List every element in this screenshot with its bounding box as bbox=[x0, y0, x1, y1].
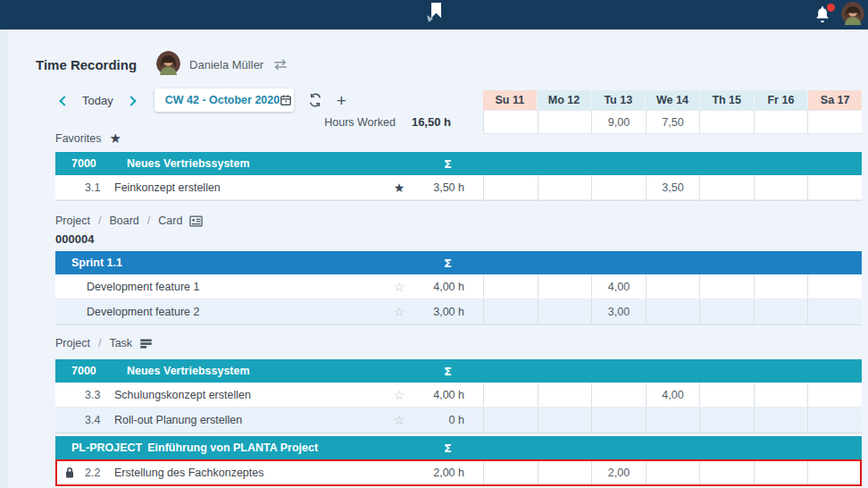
hours-cell bbox=[538, 111, 592, 133]
section-header[interactable]: Sprint 1.1 Σ bbox=[55, 251, 862, 274]
time-cell[interactable]: 3,50 bbox=[646, 175, 700, 199]
row-total: 4,00 h bbox=[409, 281, 464, 293]
table-row[interactable]: 3.3 Schulungskonzept erstellen ☆ 4,00 h … bbox=[55, 383, 862, 408]
section-code: 7000 bbox=[71, 157, 121, 170]
row-total: 3,50 h bbox=[409, 181, 464, 194]
time-cell[interactable] bbox=[646, 461, 700, 484]
favorites-label-row: Favorites ★ bbox=[55, 130, 121, 147]
hours-cell: 9,00 bbox=[591, 111, 646, 133]
time-cell[interactable] bbox=[646, 274, 700, 299]
add-entry-button[interactable]: + bbox=[337, 92, 346, 109]
time-cell[interactable] bbox=[483, 461, 538, 484]
section-board: Sprint 1.1 Σ Development feature 1 ☆ 4,0… bbox=[55, 251, 862, 325]
period-select[interactable]: CW 42 - October 2020 bbox=[154, 88, 294, 112]
day-header-tu: Tu 13 bbox=[591, 90, 645, 110]
breadcrumb-item: Board bbox=[109, 215, 138, 227]
favorite-star-icon[interactable]: ☆ bbox=[394, 280, 405, 294]
time-cell[interactable] bbox=[483, 299, 538, 324]
time-cell[interactable] bbox=[591, 175, 646, 199]
time-cell[interactable] bbox=[483, 274, 538, 299]
previous-week-button[interactable] bbox=[55, 92, 68, 108]
hours-cell bbox=[699, 111, 754, 133]
today-button[interactable]: Today bbox=[82, 94, 113, 107]
time-cell[interactable] bbox=[538, 408, 592, 432]
time-cell[interactable]: 4,00 bbox=[591, 274, 646, 299]
time-cell[interactable] bbox=[807, 383, 862, 407]
hours-worked-label: Hours Worked bbox=[324, 116, 396, 129]
time-cell[interactable] bbox=[483, 175, 538, 199]
time-cell[interactable] bbox=[699, 408, 754, 432]
time-cell[interactable] bbox=[483, 408, 538, 432]
section-pl-project: PL-PROJECT Einführung von PLANTA Project… bbox=[55, 436, 862, 486]
section-header[interactable]: 7000 Neues Vertriebssystem Σ bbox=[55, 359, 862, 383]
day-header-th: Th 15 bbox=[700, 90, 754, 110]
row-number: 3.1 bbox=[85, 181, 106, 194]
time-cell[interactable] bbox=[699, 461, 754, 484]
breadcrumb-item: Task bbox=[109, 337, 132, 349]
time-cell[interactable] bbox=[807, 175, 862, 199]
time-cell[interactable] bbox=[754, 408, 808, 432]
time-cell[interactable] bbox=[754, 175, 808, 199]
favorite-star-icon[interactable]: ★ bbox=[394, 181, 405, 195]
time-cell[interactable] bbox=[754, 274, 808, 299]
time-cell[interactable] bbox=[646, 299, 700, 324]
switch-user-icon[interactable] bbox=[272, 58, 288, 71]
topbar-avatar[interactable] bbox=[841, 2, 864, 29]
section-header[interactable]: PL-PROJECT Einführung von PLANTA Project… bbox=[55, 436, 862, 459]
sigma-label: Σ bbox=[444, 257, 452, 270]
app-logo-icon bbox=[425, 3, 443, 30]
time-cell[interactable] bbox=[754, 461, 808, 484]
time-cell[interactable]: 2,00 bbox=[591, 461, 646, 484]
chevron-left-icon bbox=[59, 96, 69, 105]
time-cell[interactable] bbox=[538, 299, 592, 324]
row-total: 0 h bbox=[409, 414, 464, 426]
time-cell[interactable] bbox=[538, 274, 592, 299]
notifications-button[interactable] bbox=[813, 4, 834, 26]
hours-cell bbox=[807, 111, 862, 133]
plus-icon: + bbox=[337, 92, 346, 109]
time-cell[interactable] bbox=[538, 175, 592, 199]
time-cell[interactable] bbox=[807, 408, 862, 432]
table-row-highlighted[interactable]: 2.2 Erstellung des Fachkonzeptes 2,00 h … bbox=[55, 459, 862, 486]
row-total: 2,00 h bbox=[409, 467, 464, 479]
day-header-row: Su 11 Mo 12 Tu 13 We 14 Th 15 Fr 16 Sa 1… bbox=[483, 90, 862, 110]
favorite-star-icon[interactable]: ☆ bbox=[394, 388, 405, 402]
breadcrumb-task: Project / Task bbox=[55, 336, 153, 350]
time-cell[interactable] bbox=[483, 383, 538, 407]
time-cell[interactable] bbox=[538, 383, 592, 407]
time-cell[interactable] bbox=[538, 461, 592, 484]
row-name: Schulungskonzept erstellen bbox=[114, 389, 389, 401]
time-cell[interactable] bbox=[699, 274, 754, 299]
section-header[interactable]: 7000 Neues Vertriebssystem Σ bbox=[55, 152, 862, 175]
time-cell[interactable] bbox=[807, 299, 862, 324]
row-total: 4,00 h bbox=[409, 389, 464, 401]
hours-cell bbox=[754, 111, 808, 133]
time-cell[interactable] bbox=[807, 274, 862, 299]
table-row[interactable]: 3.1 Feinkonzept erstellen ★ 3,50 h 3,50 bbox=[55, 175, 862, 200]
breadcrumb-item: Project bbox=[55, 215, 90, 227]
favorite-star-icon[interactable]: ☆ bbox=[394, 305, 405, 319]
next-week-button[interactable] bbox=[128, 92, 135, 108]
user-avatar[interactable] bbox=[156, 51, 180, 79]
day-header-fr: Fr 16 bbox=[755, 90, 808, 110]
time-cell[interactable] bbox=[591, 408, 646, 432]
time-cell[interactable] bbox=[754, 299, 808, 324]
row-number: 3.4 bbox=[85, 414, 106, 426]
time-cell[interactable] bbox=[699, 299, 754, 324]
time-cell[interactable] bbox=[807, 461, 862, 484]
time-cell[interactable] bbox=[646, 408, 700, 432]
time-cell[interactable] bbox=[754, 383, 808, 407]
table-row[interactable]: 3.4 Roll-out Planung erstellen ☆ 0 h bbox=[55, 408, 862, 433]
day-header-sa: Sa 17 bbox=[808, 90, 862, 110]
refresh-button[interactable] bbox=[308, 93, 322, 107]
table-row[interactable]: Development feature 2 ☆ 3,00 h 3,00 bbox=[55, 299, 862, 324]
day-header-we: We 14 bbox=[646, 90, 699, 110]
table-row[interactable]: Development feature 1 ☆ 4,00 h 4,00 bbox=[55, 274, 862, 299]
time-cell[interactable] bbox=[591, 383, 646, 407]
time-cell[interactable]: 4,00 bbox=[646, 383, 700, 407]
time-cell[interactable]: 3,00 bbox=[591, 299, 646, 324]
favorite-star-icon[interactable]: ☆ bbox=[394, 413, 405, 427]
time-cell[interactable] bbox=[699, 175, 754, 199]
time-cell[interactable] bbox=[699, 383, 754, 407]
time-recording-screen: Time Recording Daniela Müller Today CW 4… bbox=[0, 0, 868, 488]
